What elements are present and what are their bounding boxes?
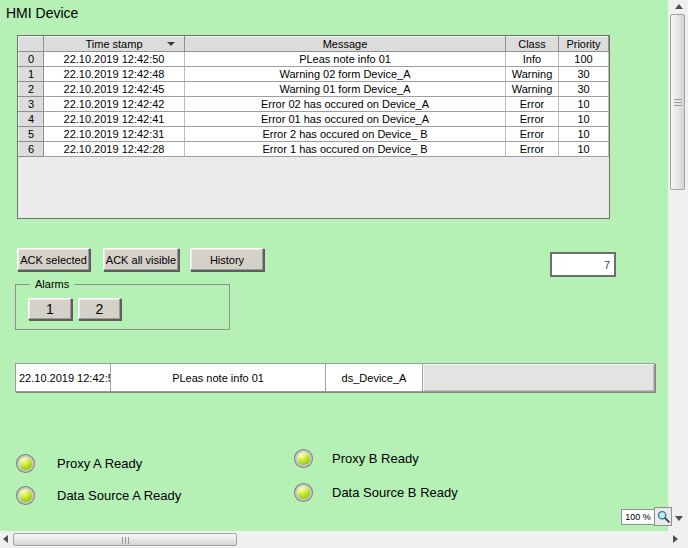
cell-class: Error (506, 97, 559, 112)
ack-selected-button[interactable]: ACK selected (17, 248, 90, 271)
scroll-left-icon[interactable] (3, 535, 8, 543)
cell-message: Warning 01 form Device_A (185, 82, 506, 97)
header-class[interactable]: Class (506, 37, 559, 52)
cell-class: Error (506, 142, 559, 157)
cell-index: 3 (19, 97, 44, 112)
cell-timestamp: 22.10.2019 12:42:42 (44, 97, 185, 112)
alarms-group-label: Alarms (30, 278, 74, 290)
header-index (19, 37, 44, 52)
zoom-button[interactable] (654, 507, 672, 526)
zoom-level: 100 % (621, 509, 655, 525)
proxy-b-light-icon (297, 452, 310, 465)
header-timestamp-label: Time stamp (85, 38, 142, 50)
header-message[interactable]: Message (185, 37, 506, 52)
status-timestamp: 22.10.2019 12:42:50 (16, 364, 111, 391)
data-source-a-label: Data Source A Ready (57, 488, 181, 504)
cell-class: Info (506, 52, 559, 67)
cell-message: PLeas note info 01 (185, 52, 506, 67)
history-button[interactable]: History (190, 248, 264, 271)
proxy-b-label: Proxy B Ready (332, 451, 419, 467)
cell-message: Error 02 has occured on Device_A (185, 97, 506, 112)
alarm-2-button[interactable]: 2 (78, 298, 121, 320)
cell-priority: 100 (559, 52, 609, 67)
cell-priority: 10 (559, 97, 609, 112)
alarm-1-button[interactable]: 1 (28, 298, 72, 320)
magnifier-icon (657, 510, 670, 523)
vertical-scrollbar (668, 0, 688, 531)
header-priority[interactable]: Priority (559, 37, 609, 52)
alarm-table-body: 022.10.2019 12:42:50PLeas note info 01In… (19, 52, 609, 157)
current-alarm-status-bar: 22.10.2019 12:42:50 PLeas note info 01 d… (15, 363, 655, 392)
alarm-count-field[interactable] (550, 252, 616, 277)
cell-index: 0 (19, 52, 44, 67)
status-message: PLeas note info 01 (111, 364, 326, 391)
scroll-right-icon[interactable] (673, 535, 678, 543)
cell-index: 2 (19, 82, 44, 97)
proxy-a-light-icon (19, 457, 32, 470)
horizontal-scrollbar-thumb[interactable] (13, 533, 237, 546)
data-source-a-light-icon (19, 489, 32, 502)
data-source-b-label: Data Source B Ready (332, 485, 458, 501)
vertical-scrollbar-thumb[interactable] (670, 14, 685, 190)
table-row[interactable]: 022.10.2019 12:42:50PLeas note info 01In… (19, 52, 609, 67)
cell-timestamp: 22.10.2019 12:42:28 (44, 142, 185, 157)
page-title: HMI Device (6, 5, 78, 21)
cell-timestamp: 22.10.2019 12:42:50 (44, 52, 185, 67)
scroll-down-icon[interactable] (675, 516, 683, 521)
cell-priority: 10 (559, 127, 609, 142)
header-timestamp[interactable]: Time stamp (44, 37, 185, 52)
sort-down-icon[interactable] (167, 42, 175, 46)
alarm-table: Time stamp Message Class Priority 022.10… (17, 35, 610, 219)
cell-priority: 10 (559, 142, 609, 157)
cell-index: 4 (19, 112, 44, 127)
cell-message: Warning 02 form Device_A (185, 67, 506, 82)
cell-class: Warning (506, 82, 559, 97)
table-row[interactable]: 222.10.2019 12:42:45Warning 01 form Devi… (19, 82, 609, 97)
data-source-b-light-icon (297, 486, 310, 499)
cell-class: Error (506, 112, 559, 127)
cell-class: Error (506, 127, 559, 142)
status-source: ds_Device_A (326, 364, 423, 391)
table-row[interactable]: 322.10.2019 12:42:42Error 02 has occured… (19, 97, 609, 112)
ack-all-visible-button[interactable]: ACK all visible (103, 248, 179, 271)
cell-priority: 30 (559, 82, 609, 97)
horizontal-scrollbar (0, 531, 688, 548)
table-row[interactable]: 522.10.2019 12:42:31Error 2 has occured … (19, 127, 609, 142)
cell-message: Error 2 has occured on Device_ B (185, 127, 506, 142)
proxy-a-label: Proxy A Ready (57, 456, 142, 472)
cell-index: 6 (19, 142, 44, 157)
cell-message: Error 1 has occured on Device_ B (185, 142, 506, 157)
cell-timestamp: 22.10.2019 12:42:41 (44, 112, 185, 127)
cell-timestamp: 22.10.2019 12:42:45 (44, 82, 185, 97)
cell-index: 1 (19, 67, 44, 82)
table-row[interactable]: 422.10.2019 12:42:41Error 01 has occured… (19, 112, 609, 127)
cell-index: 5 (19, 127, 44, 142)
cell-priority: 30 (559, 67, 609, 82)
alarm-table-header-row: Time stamp Message Class Priority (19, 37, 609, 52)
cell-priority: 10 (559, 112, 609, 127)
cell-timestamp: 22.10.2019 12:42:48 (44, 67, 185, 82)
status-filler (423, 364, 654, 391)
cell-timestamp: 22.10.2019 12:42:31 (44, 127, 185, 142)
scroll-up-icon[interactable] (675, 4, 683, 9)
table-row[interactable]: 622.10.2019 12:42:28Error 1 has occured … (19, 142, 609, 157)
cell-message: Error 01 has occured on Device_A (185, 112, 506, 127)
table-row[interactable]: 122.10.2019 12:42:48Warning 02 form Devi… (19, 67, 609, 82)
cell-class: Warning (506, 67, 559, 82)
